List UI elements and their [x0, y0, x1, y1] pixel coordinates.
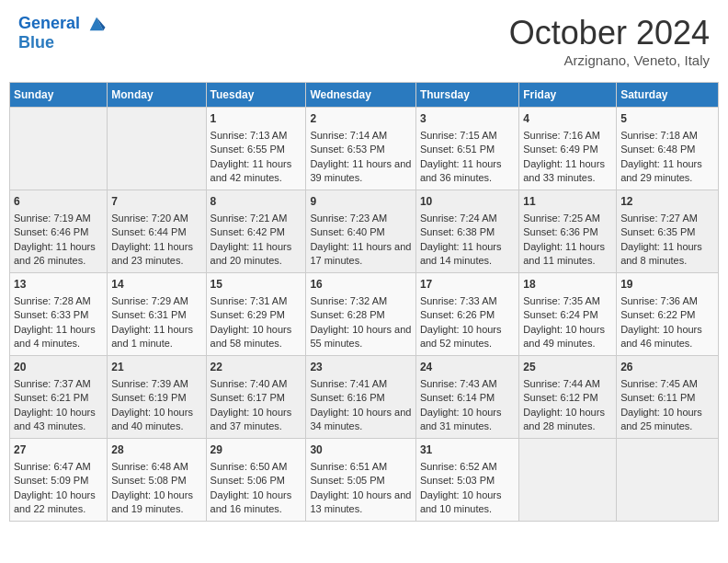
- day-number: 16: [310, 277, 412, 293]
- day-cell: 16Sunrise: 7:32 AMSunset: 6:28 PMDayligh…: [306, 273, 416, 356]
- daylight: Daylight: 10 hours and 28 minutes.: [523, 407, 605, 431]
- sunset: Sunset: 5:06 PM: [210, 475, 285, 486]
- sunset: Sunset: 6:44 PM: [111, 226, 186, 237]
- sunrise: Sunrise: 7:24 AM: [420, 213, 497, 224]
- page-header: General Blue October 2024 Arzignano, Ven…: [9, 9, 719, 73]
- sunrise: Sunrise: 7:27 AM: [620, 213, 698, 224]
- daylight: Daylight: 11 hours and 20 minutes.: [210, 241, 292, 266]
- daylight: Daylight: 10 hours and 49 minutes.: [523, 324, 605, 349]
- sunrise: Sunrise: 7:28 AM: [14, 295, 91, 306]
- sunset: Sunset: 5:08 PM: [111, 475, 186, 486]
- day-number: 1: [210, 111, 302, 127]
- day-number: 29: [210, 442, 302, 458]
- day-number: 22: [210, 360, 302, 375]
- day-cell: 26Sunrise: 7:45 AMSunset: 6:11 PMDayligh…: [617, 356, 719, 439]
- day-cell: 27Sunrise: 6:47 AMSunset: 5:09 PMDayligh…: [10, 439, 108, 522]
- day-number: 31: [420, 442, 515, 458]
- week-row-1: 1Sunrise: 7:13 AMSunset: 6:55 PMDaylight…: [10, 108, 719, 190]
- daylight: Daylight: 11 hours and 42 minutes.: [210, 158, 292, 183]
- sunset: Sunset: 6:16 PM: [310, 392, 384, 403]
- daylight: Daylight: 11 hours and 26 minutes.: [14, 241, 96, 266]
- sunrise: Sunrise: 7:37 AM: [14, 378, 91, 389]
- day-number: 17: [420, 277, 515, 293]
- sunrise: Sunrise: 7:20 AM: [111, 213, 188, 224]
- day-number: 5: [620, 111, 714, 127]
- day-cell: 31Sunrise: 6:52 AMSunset: 5:03 PMDayligh…: [415, 439, 518, 522]
- sunrise: Sunrise: 7:16 AM: [523, 130, 600, 141]
- day-number: 12: [620, 194, 714, 210]
- day-cell: 25Sunrise: 7:44 AMSunset: 6:12 PMDayligh…: [519, 356, 617, 439]
- sunset: Sunset: 6:28 PM: [310, 309, 384, 320]
- day-number: 23: [310, 360, 412, 375]
- sunset: Sunset: 5:05 PM: [310, 475, 384, 486]
- daylight: Daylight: 10 hours and 22 minutes.: [14, 489, 96, 514]
- sunrise: Sunrise: 7:13 AM: [210, 130, 288, 141]
- sunrise: Sunrise: 6:51 AM: [310, 461, 387, 472]
- day-number: 18: [523, 277, 612, 293]
- location: Arzignano, Veneto, Italy: [509, 52, 710, 68]
- day-cell: 22Sunrise: 7:40 AMSunset: 6:17 PMDayligh…: [206, 356, 306, 439]
- day-cell: 24Sunrise: 7:43 AMSunset: 6:14 PMDayligh…: [415, 356, 518, 439]
- sunset: Sunset: 6:40 PM: [310, 226, 384, 237]
- daylight: Daylight: 11 hours and 14 minutes.: [420, 241, 502, 266]
- daylight: Daylight: 10 hours and 46 minutes.: [620, 324, 702, 349]
- daylight: Daylight: 11 hours and 33 minutes.: [523, 158, 605, 183]
- day-number: 8: [210, 194, 302, 210]
- sunset: Sunset: 6:12 PM: [523, 392, 597, 403]
- daylight: Daylight: 11 hours and 29 minutes.: [620, 158, 702, 183]
- day-number: 20: [14, 360, 103, 375]
- day-cell: [10, 108, 108, 190]
- sunrise: Sunrise: 7:44 AM: [523, 378, 600, 389]
- sunset: Sunset: 6:24 PM: [523, 309, 597, 320]
- day-cell: 10Sunrise: 7:24 AMSunset: 6:38 PMDayligh…: [415, 190, 518, 273]
- sunset: Sunset: 6:14 PM: [420, 392, 495, 403]
- sunset: Sunset: 6:11 PM: [620, 392, 695, 403]
- title-block: October 2024 Arzignano, Veneto, Italy: [509, 14, 710, 68]
- day-number: 14: [111, 277, 201, 293]
- day-cell: 3Sunrise: 7:15 AMSunset: 6:51 PMDaylight…: [415, 108, 518, 190]
- sunset: Sunset: 6:21 PM: [14, 392, 88, 403]
- sunrise: Sunrise: 7:36 AM: [620, 295, 698, 306]
- day-cell: [617, 439, 719, 522]
- day-number: 7: [111, 194, 201, 210]
- daylight: Daylight: 11 hours and 23 minutes.: [111, 241, 193, 266]
- day-cell: 5Sunrise: 7:18 AMSunset: 6:48 PMDaylight…: [617, 108, 719, 190]
- day-cell: 2Sunrise: 7:14 AMSunset: 6:53 PMDaylight…: [306, 108, 416, 190]
- month-title: October 2024: [509, 14, 710, 52]
- day-cell: 7Sunrise: 7:20 AMSunset: 6:44 PMDaylight…: [108, 190, 206, 273]
- sunrise: Sunrise: 7:39 AM: [111, 378, 188, 389]
- week-row-2: 6Sunrise: 7:19 AMSunset: 6:46 PMDaylight…: [10, 190, 719, 273]
- day-cell: 29Sunrise: 6:50 AMSunset: 5:06 PMDayligh…: [206, 439, 306, 522]
- day-number: 15: [210, 277, 302, 293]
- day-cell: 23Sunrise: 7:41 AMSunset: 6:16 PMDayligh…: [306, 356, 416, 439]
- col-header-sunday: Sunday: [10, 83, 108, 108]
- sunrise: Sunrise: 7:29 AM: [111, 295, 188, 306]
- daylight: Daylight: 10 hours and 31 minutes.: [420, 407, 502, 431]
- day-cell: 20Sunrise: 7:37 AMSunset: 6:21 PMDayligh…: [10, 356, 108, 439]
- daylight: Daylight: 10 hours and 13 minutes.: [310, 489, 411, 514]
- sunset: Sunset: 5:09 PM: [14, 475, 88, 486]
- sunrise: Sunrise: 7:35 AM: [523, 295, 600, 306]
- sunrise: Sunrise: 7:45 AM: [620, 378, 698, 389]
- day-cell: 14Sunrise: 7:29 AMSunset: 6:31 PMDayligh…: [108, 273, 206, 356]
- col-header-monday: Monday: [108, 83, 206, 108]
- daylight: Daylight: 10 hours and 58 minutes.: [210, 324, 292, 349]
- sunrise: Sunrise: 7:18 AM: [620, 130, 698, 141]
- sunset: Sunset: 6:33 PM: [14, 309, 88, 320]
- day-number: 30: [310, 442, 412, 458]
- header-row: SundayMondayTuesdayWednesdayThursdayFrid…: [10, 83, 719, 108]
- daylight: Daylight: 11 hours and 11 minutes.: [523, 241, 605, 266]
- day-cell: 19Sunrise: 7:36 AMSunset: 6:22 PMDayligh…: [617, 273, 719, 356]
- col-header-thursday: Thursday: [415, 83, 518, 108]
- logo-blue: Blue: [18, 34, 107, 52]
- sunset: Sunset: 6:48 PM: [620, 144, 695, 155]
- sunrise: Sunrise: 7:32 AM: [310, 295, 387, 306]
- daylight: Daylight: 10 hours and 34 minutes.: [310, 407, 411, 431]
- sunrise: Sunrise: 7:19 AM: [14, 213, 91, 224]
- sunset: Sunset: 6:35 PM: [620, 226, 695, 237]
- sunrise: Sunrise: 7:33 AM: [420, 295, 497, 306]
- day-cell: 15Sunrise: 7:31 AMSunset: 6:29 PMDayligh…: [206, 273, 306, 356]
- sunset: Sunset: 6:26 PM: [420, 309, 495, 320]
- day-cell: 12Sunrise: 7:27 AMSunset: 6:35 PMDayligh…: [617, 190, 719, 273]
- day-cell: 1Sunrise: 7:13 AMSunset: 6:55 PMDaylight…: [206, 108, 306, 190]
